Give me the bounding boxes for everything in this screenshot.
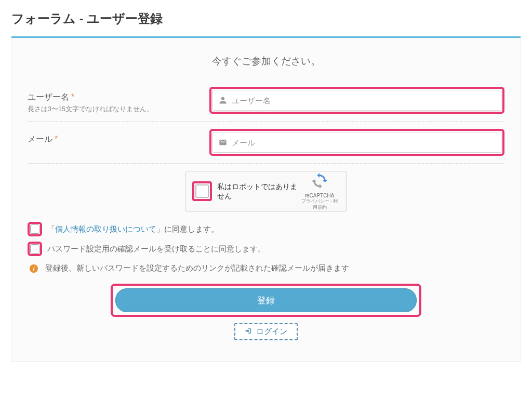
highlight-box [28,222,42,236]
login-button-label: ログイン [256,327,287,337]
highlight-box: 登録 [111,284,421,317]
mail-consent-text: パスワード設定用の確認メールを受け取ることに同意します。 [47,244,265,254]
username-row: ユーザー名* 長さは3〜15文字でなければなりません。 [28,87,504,122]
email-input[interactable] [212,132,501,153]
register-button[interactable]: 登録 [115,288,417,312]
recaptcha-label: 私はロボットではありません [217,182,299,201]
username-input[interactable] [212,90,501,111]
registration-panel: 今すぐご参加ください。 ユーザー名* 長さは3〜15文字でなければなりません。 [11,38,521,362]
consent-mail-row: パスワード設定用の確認メールを受け取ることに同意します。 [28,242,504,256]
privacy-consent-checkbox[interactable] [30,224,39,234]
highlight-box [192,181,212,201]
email-label: メール [28,135,52,143]
recaptcha-brand: reCAPTCHA [299,193,340,198]
username-label: ユーザー名 [28,92,69,101]
mail-consent-checkbox[interactable] [30,244,39,254]
email-row: メール* [28,129,504,164]
recaptcha-widget: 私はロボットではありません reCAPTCHA プライバシー - 利用規約 [185,171,347,211]
user-icon [219,96,227,104]
recaptcha-checkbox[interactable] [195,184,209,198]
login-button[interactable]: ログイン [234,323,298,340]
login-arrow-icon [245,327,252,336]
privacy-prefix: 「 [47,224,55,233]
recaptcha-logo-icon [310,183,329,192]
info-note-text: 登録後、新しいパスワードを設定するためのリンクが記載された確認メールが届きます [45,263,349,273]
consent-privacy-row: 「個人情報の取り扱いについて」に同意します。 [28,222,504,236]
required-mark: * [55,135,58,143]
privacy-suffix: 」に同意します。 [156,224,219,233]
page-title: フォーラム - ユーザー登録 [11,10,521,27]
highlight-box [209,129,504,156]
highlight-box [28,242,42,256]
username-hint: 長さは3〜15文字でなければなりません。 [28,105,209,114]
info-icon: i [30,264,38,273]
envelope-icon [219,138,227,147]
highlight-box [209,87,504,114]
recaptcha-legal: プライバシー - 利用規約 [299,198,340,211]
privacy-policy-link[interactable]: 個人情報の取り扱いについて [55,224,156,233]
required-mark: * [71,92,74,101]
info-note-row: i 登録後、新しいパスワードを設定するためのリンクが記載された確認メールが届きま… [28,263,504,273]
subtitle: 今すぐご参加ください。 [28,55,504,68]
